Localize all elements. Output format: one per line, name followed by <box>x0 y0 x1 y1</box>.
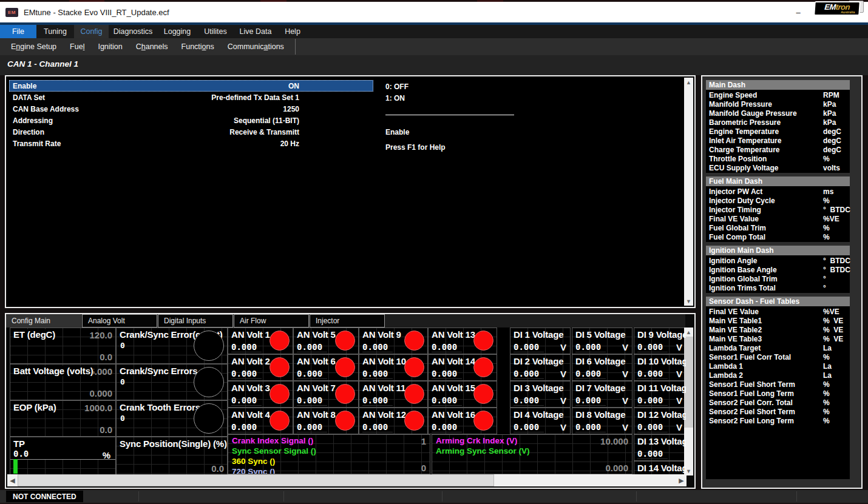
dash-channel-row[interactable]: Fuel Comp Total% <box>706 232 850 241</box>
dash-channel-row[interactable]: Engine SpeedRPM <box>706 90 850 99</box>
dash-horizontal-scrollbar[interactable]: ◀ ▶ <box>7 474 687 486</box>
submenu-item-communications[interactable]: Communications <box>225 42 287 51</box>
scroll-right-icon[interactable]: ▶ <box>676 474 687 486</box>
config-row-enable[interactable]: EnableON <box>9 80 373 92</box>
di-volt-cell[interactable]: DI 3 Voltage0.000V <box>510 381 571 408</box>
titlebar[interactable]: EM EMtune - Stacke Evo VIII_RT_Update.ec… <box>0 2 868 22</box>
dash-channel-row[interactable]: Sensor2 Fuel Corr. Total% <box>706 398 850 407</box>
dash-channel-row[interactable]: Fuel Global Trim% <box>706 223 850 232</box>
config-row-addressing[interactable]: AddressingSequential (11-BIT) <box>9 115 373 126</box>
menu-item-live-data[interactable]: Live Data <box>234 25 277 38</box>
submenu-item-functions[interactable]: Functions <box>179 42 217 51</box>
menu-item-tuning[interactable]: Tuning <box>36 25 74 38</box>
config-row-can-base-address[interactable]: CAN Base Address1250 <box>9 103 373 115</box>
dash-channel-row[interactable]: Injector PW Actms <box>706 187 850 196</box>
dash-channel-row[interactable]: Sensor1 Fuel Long Term% <box>706 389 850 398</box>
dash-channel-row[interactable]: Final VE Value%VE <box>706 214 850 223</box>
di-volt-cell[interactable]: DI 5 Voltage0.000V <box>572 328 632 354</box>
dash-channel-row[interactable]: Manifold Gauge PressurekPa <box>706 109 850 118</box>
menu-item-utilites[interactable]: Utilites <box>197 25 234 38</box>
dash-channel-row[interactable]: Final VE Value%VE <box>706 307 850 316</box>
dash-channel-row[interactable]: Sensor1 Fuel Short Term% <box>706 380 850 389</box>
menu-item-config[interactable]: Config <box>74 25 109 38</box>
gauge-cell[interactable]: 1000.0EOP (kPa)0.0 <box>10 400 116 437</box>
an-volt-cell[interactable]: AN Volt 20.000 <box>228 354 293 381</box>
an-volt-cell[interactable]: AN Volt 110.000 <box>359 381 428 408</box>
arming-signal-box[interactable]: 10.000Arming Crk Index (V)Arming Sync Se… <box>432 434 632 474</box>
an-volt-cell[interactable]: AN Volt 150.000 <box>428 381 497 408</box>
error-led-cell[interactable]: Crank/Sync Errors0 <box>116 364 228 400</box>
di-volt-cell[interactable]: DI 10 Voltage0.000V <box>634 354 687 381</box>
error-led-cell[interactable]: Crank/Sync Error(count)0 <box>116 328 228 364</box>
dash-channel-row[interactable]: Barometric PressurekPa <box>706 118 850 127</box>
scroll-up-icon[interactable]: ▲ <box>684 78 693 87</box>
tab-analog-volt[interactable]: Analog Volt <box>82 314 157 328</box>
menu-item-diagnostics[interactable]: Diagnostics <box>109 25 157 38</box>
dash-channel-row[interactable]: Ignition Base Angle° BTDC <box>706 265 850 274</box>
crank-signal-box[interactable]: 1Crank Index Signal ()Sync Sensor Signal… <box>228 434 430 474</box>
dash-channel-row[interactable]: Lambda 2La <box>706 371 850 380</box>
di-volt-cell[interactable]: DI 4 Voltage0.000V <box>510 408 571 434</box>
di-volt-cell[interactable]: DI 9 Voltage0.000V <box>634 328 687 354</box>
dash-channel-row[interactable]: ECU Supply Voltagevolts <box>706 163 850 172</box>
config-row-direction[interactable]: DirectionReceive & Transmitt <box>9 126 373 138</box>
dash-channel-row[interactable]: Lambda 1La <box>706 361 850 371</box>
dash-vertical-scrollbar[interactable]: ▲ ▼ <box>684 328 693 475</box>
dash-channel-row[interactable]: Throttle Position% <box>706 154 850 163</box>
dash-channel-row[interactable]: Injector Timing° BTDC <box>706 205 850 214</box>
di-volt-cell[interactable]: DI 14 Voltage0.000 <box>634 461 687 475</box>
gauge-cell[interactable]: 15.000Batt Voltage (volts)0.000 <box>10 364 116 400</box>
dash-channel-row[interactable]: Ignition Angle° BTDC <box>706 256 850 265</box>
dash-channel-row[interactable]: Injector Duty Cycle% <box>706 196 850 205</box>
tp-gauge-cell[interactable]: TP0.0% <box>10 437 116 475</box>
dash-channel-row[interactable]: Inlet Air TemperaturedegC <box>706 136 850 145</box>
minimize-button[interactable]: – <box>784 2 812 22</box>
an-volt-cell[interactable]: AN Volt 50.000 <box>293 328 359 354</box>
sync-position-cell[interactable]: Sync Position(Single) (%)0.0 <box>116 437 228 475</box>
dash-channel-row[interactable]: Sensor2 Fuel Short Term% <box>706 407 850 416</box>
dash-channel-row[interactable]: Main VE Table1% VE <box>706 316 850 325</box>
dash-channel-row[interactable]: Ignition Global Trim° <box>706 274 850 283</box>
tab-injector[interactable]: Injector <box>310 314 385 328</box>
dash-channel-row[interactable]: Sensor1 Fuel Corr Total% <box>706 352 850 361</box>
an-volt-cell[interactable]: AN Volt 30.000 <box>228 381 293 408</box>
di-volt-cell[interactable]: DI 2 Voltage0.000V <box>510 354 571 381</box>
an-volt-cell[interactable]: AN Volt 90.000 <box>359 328 428 354</box>
error-led-cell[interactable]: Crank Tooth Errors0 <box>116 400 228 437</box>
di-volt-cell[interactable]: DI 1 Voltage0.000V <box>510 328 571 354</box>
dash-channel-row[interactable]: Sensor2 Fuel Long Term% <box>706 416 850 425</box>
an-volt-cell[interactable]: AN Volt 140.000 <box>428 354 497 381</box>
dash-channel-row[interactable]: Engine TemperaturedegC <box>706 127 850 136</box>
gauge-cell[interactable]: 120.0ET (degC)0.0 <box>10 328 116 364</box>
di-volt-cell[interactable]: DI 11 Voltage0.000V <box>634 381 687 408</box>
tab-config-main[interactable]: Config Main <box>6 314 81 328</box>
config-row-transmit-rate[interactable]: Transmit Rate20 Hz <box>9 138 373 149</box>
di-volt-cell[interactable]: DI 13 Voltage0.000 <box>634 434 687 461</box>
scrollbar-thumb[interactable] <box>18 474 494 486</box>
an-volt-cell[interactable]: AN Volt 70.000 <box>293 381 359 408</box>
di-volt-cell[interactable]: DI 8 Voltage0.000V <box>572 408 632 434</box>
an-volt-cell[interactable]: AN Volt 40.000 <box>228 408 293 434</box>
dash-channel-row[interactable]: Lambda TargetLa <box>706 343 850 352</box>
dash-channel-row[interactable]: Main VE Table2% VE <box>706 325 850 334</box>
scroll-down-icon[interactable]: ▼ <box>684 297 693 306</box>
dash-channel-row[interactable]: Main VE Table3% VE <box>706 334 850 343</box>
an-volt-cell[interactable]: AN Volt 100.000 <box>359 354 428 381</box>
menu-item-logging[interactable]: Logging <box>157 25 197 38</box>
an-volt-cell[interactable]: AN Volt 120.000 <box>359 408 428 434</box>
an-volt-cell[interactable]: AN Volt 80.000 <box>293 408 359 434</box>
dash-channel-row[interactable]: Ignition Trims Total° <box>706 283 850 292</box>
an-volt-cell[interactable]: AN Volt 160.000 <box>428 408 497 434</box>
tab-air-flow[interactable]: Air Flow <box>234 314 309 328</box>
tab-digital-inputs[interactable]: Digital Inputs <box>158 314 233 328</box>
di-volt-cell[interactable]: DI 6 Voltage0.000V <box>572 354 632 381</box>
an-volt-cell[interactable]: AN Volt 130.000 <box>428 328 497 354</box>
submenu-item-channels[interactable]: Channels <box>134 42 171 51</box>
an-volt-cell[interactable]: AN Volt 60.000 <box>293 354 359 381</box>
an-volt-cell[interactable]: AN Volt 10.000 <box>228 328 293 354</box>
submenu-item-fuel[interactable]: Fuel <box>67 42 87 51</box>
dash-channel-row[interactable]: Charge TemperaturedegC <box>706 145 850 154</box>
config-scrollbar[interactable]: ▲ ▼ <box>684 78 693 306</box>
submenu-item-engine-setup[interactable]: Engine Setup <box>8 42 59 51</box>
menu-item-help[interactable]: Help <box>277 25 308 38</box>
